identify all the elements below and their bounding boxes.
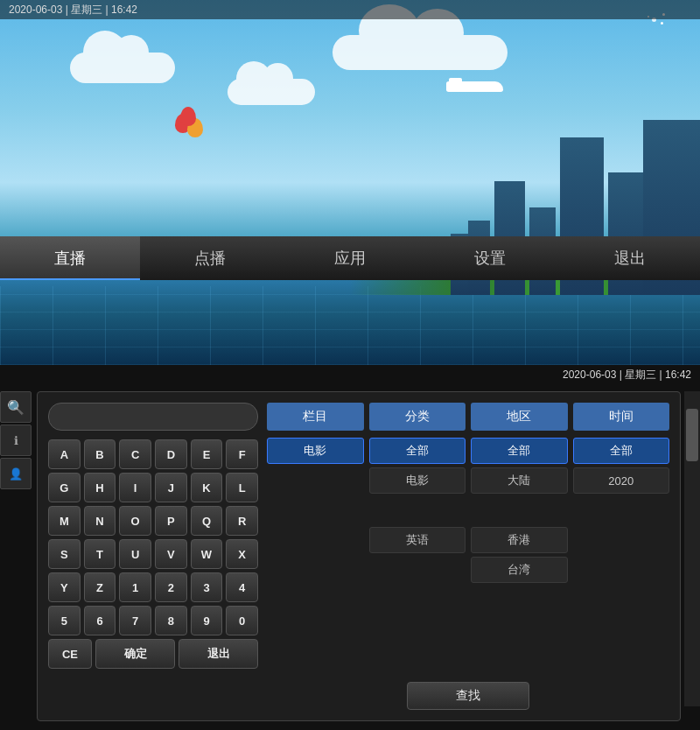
- filter-option-movie-cat[interactable]: 电影: [369, 467, 466, 494]
- key-0[interactable]: 0: [226, 606, 258, 635]
- keyboard-row-3: M N O P Q R: [48, 506, 258, 536]
- key-C[interactable]: C: [119, 439, 151, 469]
- key-A[interactable]: A: [48, 439, 80, 469]
- filter-option-ch-2: [267, 467, 364, 494]
- key-Q[interactable]: Q: [191, 506, 223, 536]
- key-T[interactable]: T: [84, 539, 116, 569]
- key-N[interactable]: N: [84, 506, 116, 536]
- main-dialog: A B C D E F G H I J K L M N O P: [37, 391, 681, 721]
- keyboard-row-2: G H I J K L: [48, 473, 258, 502]
- filter-option-all-region[interactable]: 全部: [471, 438, 568, 464]
- filter-header-category[interactable]: 分类: [369, 403, 466, 431]
- key-H[interactable]: H: [84, 473, 116, 502]
- key-X[interactable]: X: [226, 539, 258, 569]
- nav-item-live[interactable]: 直播: [0, 236, 140, 280]
- filter-option-ch-3: [267, 497, 364, 523]
- keyboard-row-1: A B C D E F: [48, 439, 258, 469]
- key-S[interactable]: S: [48, 539, 80, 569]
- nav-item-vod[interactable]: 点播: [140, 236, 280, 280]
- key-1[interactable]: 1: [119, 572, 151, 602]
- key-Y[interactable]: Y: [48, 572, 80, 602]
- info-side-icon[interactable]: ℹ: [0, 425, 32, 456]
- filter-option-english[interactable]: 英语: [369, 527, 466, 553]
- nav-item-exit[interactable]: 退出: [560, 236, 700, 280]
- key-O[interactable]: O: [119, 506, 151, 536]
- keyboard-row-5: Y Z 1 2 3 4: [48, 572, 258, 602]
- key-U[interactable]: U: [119, 539, 151, 569]
- bottom-status-bar: 2020-06-03 | 星期三 | 16:42: [563, 365, 691, 384]
- filter-header-time[interactable]: 时间: [573, 403, 670, 431]
- key-K[interactable]: K: [191, 473, 223, 502]
- key-V[interactable]: V: [155, 539, 187, 569]
- key-F[interactable]: F: [226, 439, 258, 469]
- key-L[interactable]: L: [226, 473, 258, 502]
- key-7[interactable]: 7: [119, 606, 151, 635]
- top-section: 2020-06-03 | 星期三 | 16:42: [0, 0, 700, 365]
- key-G[interactable]: G: [48, 473, 80, 502]
- search-side-icon[interactable]: 🔍: [0, 391, 32, 423]
- top-status-bar: 2020-06-03 | 星期三 | 16:42: [0, 0, 700, 19]
- filter-headers: 栏目 分类 地区 时间: [267, 403, 669, 431]
- search-button-row: 查找: [267, 682, 669, 710]
- bottom-datetime: 2020-06-03 | 星期三 | 16:42: [563, 368, 691, 383]
- user-side-icon[interactable]: 👤: [0, 458, 32, 489]
- key-P[interactable]: P: [155, 506, 187, 536]
- key-I[interactable]: I: [119, 473, 151, 502]
- key-E[interactable]: E: [191, 439, 223, 469]
- filter-option-movie[interactable]: 电影: [267, 438, 364, 464]
- filter-option-ch-5: [267, 557, 364, 583]
- key-5[interactable]: 5: [48, 606, 80, 635]
- filter-option-time-3: [573, 497, 670, 523]
- key-R[interactable]: R: [226, 506, 258, 536]
- key-D[interactable]: D: [155, 439, 187, 469]
- filter-option-all-time[interactable]: 全部: [573, 438, 670, 464]
- filter-option-2020[interactable]: 2020: [573, 467, 670, 494]
- ce-button[interactable]: CE: [48, 639, 92, 669]
- airplane: [446, 74, 508, 96]
- filter-option-time-4: [573, 527, 670, 553]
- balloon-red2: [180, 107, 196, 126]
- search-input[interactable]: [48, 403, 258, 431]
- side-icon-panel: 🔍 ℹ 👤: [0, 391, 33, 489]
- keyboard-bottom-row: CE 确定 退出: [48, 639, 258, 669]
- scroll-thumb[interactable]: [686, 409, 698, 461]
- key-W[interactable]: W: [191, 539, 223, 569]
- key-B[interactable]: B: [84, 439, 116, 469]
- filter-option-ch-4: [267, 527, 364, 553]
- key-3[interactable]: 3: [191, 572, 223, 602]
- confirm-button[interactable]: 确定: [95, 639, 175, 669]
- filter-option-mainland[interactable]: 大陆: [471, 467, 568, 494]
- filter-option-taiwan[interactable]: 台湾: [471, 557, 568, 583]
- key-8[interactable]: 8: [155, 606, 187, 635]
- key-2[interactable]: 2: [155, 572, 187, 602]
- search-button[interactable]: 查找: [407, 682, 529, 710]
- right-scrollbar[interactable]: [684, 391, 700, 706]
- key-6[interactable]: 6: [84, 606, 116, 635]
- filter-option-cat-5: [369, 557, 466, 583]
- filter-header-region[interactable]: 地区: [471, 403, 568, 431]
- key-9[interactable]: 9: [191, 606, 223, 635]
- filter-col-time: 全部 2020: [573, 438, 670, 673]
- cloud-2: [332, 35, 508, 70]
- filter-option-hongkong[interactable]: 香港: [471, 527, 568, 553]
- key-Z[interactable]: Z: [84, 572, 116, 602]
- filter-col-region: 全部 大陆 香港 台湾: [471, 438, 568, 673]
- key-M[interactable]: M: [48, 506, 80, 536]
- key-J[interactable]: J: [155, 473, 187, 502]
- filter-option-all-cat[interactable]: 全部: [369, 438, 466, 464]
- filter-col-channel: 电影: [267, 438, 364, 673]
- water-grid: [0, 286, 700, 365]
- key-4[interactable]: 4: [226, 572, 258, 602]
- filter-col-category: 全部 电影 英语: [369, 438, 466, 673]
- nav-item-apps[interactable]: 应用: [280, 236, 420, 280]
- nav-item-settings[interactable]: 设置: [420, 236, 560, 280]
- keyboard-row-4: S T U V W X: [48, 539, 258, 569]
- filter-option-cat-3: [369, 497, 466, 523]
- exit-keyboard-button[interactable]: 退出: [178, 639, 258, 669]
- filter-columns: 电影 全部 电影 英语: [267, 438, 669, 673]
- cloud-1: [70, 53, 175, 83]
- bottom-section: 2020-06-03 | 星期三 | 16:42 🔍 ℹ 👤 A B C D E…: [0, 365, 700, 730]
- filter-header-channel[interactable]: 栏目: [267, 403, 364, 431]
- filter-option-time-5: [573, 557, 670, 583]
- filter-option-region-3: [471, 497, 568, 523]
